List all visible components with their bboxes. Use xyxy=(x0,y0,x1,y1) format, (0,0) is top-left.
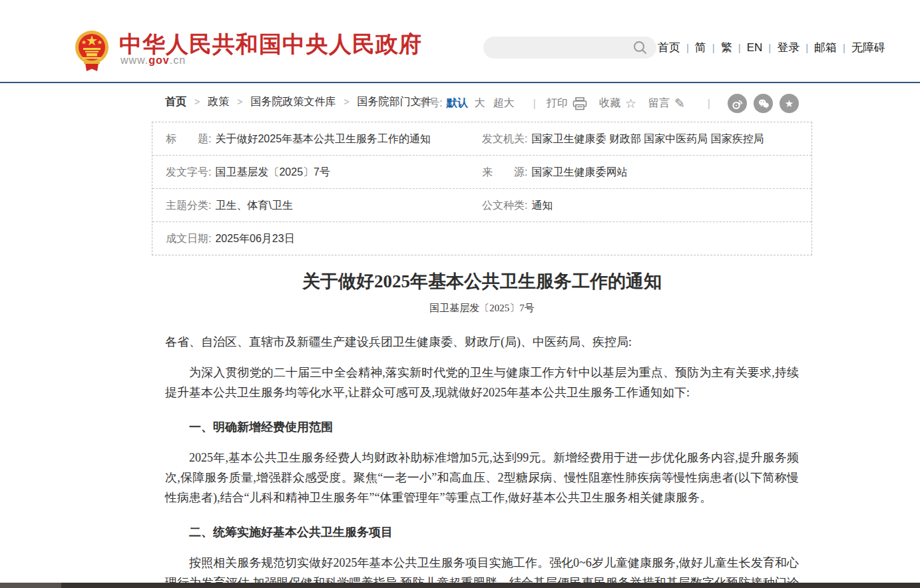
search-input[interactable] xyxy=(494,39,627,56)
breadcrumb-toolbar-row: 首页>政策>国务院政策文件库>国务院部门文件 字号: 默认 大 超大 | 打印 … xyxy=(0,83,920,122)
print-button[interactable]: 打印 xyxy=(547,96,587,110)
search-box xyxy=(483,37,656,59)
toolbar: 字号: 默认 大 超大 | 打印 收藏 ☆ 留言 ✎ xyxy=(418,94,799,113)
meta-source-value: 国家卫生健康委网站 xyxy=(531,165,627,179)
national-emblem-logo xyxy=(75,30,109,71)
section-1-paragraph: 2025年,基本公共卫生服务经费人均财政补助标准增加5元,达到99元。新增经费用… xyxy=(165,448,799,508)
nav-home[interactable]: 首页 xyxy=(656,41,682,54)
table-row: 标 题: 关于做好2025年基本公共卫生服务工作的通知 发文机关: 国家卫生健康… xyxy=(152,122,811,156)
intro-paragraph: 为深入贯彻党的二十届三中全会精神,落实新时代党的卫生与健康工作方针中以基层为重点… xyxy=(165,363,799,402)
font-size-xlarge-button[interactable]: 超大 xyxy=(493,96,515,110)
table-row: 成文日期: 2025年06月23日 xyxy=(152,222,811,255)
nav-separator: | xyxy=(682,42,694,53)
nav-separator: | xyxy=(801,42,813,53)
meta-doc-type-cell: 公文种类: 通知 xyxy=(469,189,811,221)
wechat-icon xyxy=(758,98,770,110)
meta-date-label: 成文日期: xyxy=(166,231,211,245)
section-heading-2: 二、统筹实施好基本公共卫生服务项目 xyxy=(165,522,799,542)
table-row: 主题分类: 卫生、体育\卫生 公文种类: 通知 xyxy=(152,189,811,222)
meta-doc-type-label: 公文种类: xyxy=(482,198,527,212)
comment-label: 留言 xyxy=(648,96,670,110)
meta-date-value: 2025年06月23日 xyxy=(215,231,294,245)
meta-issuing-agency-value: 国家卫生健康委 财政部 国家中医药局 国家疾控局 xyxy=(531,132,764,146)
site-url-www: www. xyxy=(120,55,148,66)
meta-source-label: 来 源: xyxy=(482,165,527,179)
chevron-right-icon: > xyxy=(229,96,250,107)
document-meta-table: 标 题: 关于做好2025年基本公共卫生服务工作的通知 发文机关: 国家卫生健康… xyxy=(152,122,812,255)
site-url: www.gov.cn xyxy=(120,55,186,67)
printer-icon xyxy=(573,97,587,110)
meta-title-cell: 标 题: 关于做好2025年基本公共卫生服务工作的通知 xyxy=(152,122,469,155)
breadcrumb: 首页>政策>国务院政策文件库>国务院部门文件 xyxy=(165,95,432,109)
footer-edge-segment xyxy=(0,583,61,588)
nav-separator: | xyxy=(838,42,850,53)
nav-login[interactable]: 登录 xyxy=(776,41,801,54)
wechat-share-button[interactable] xyxy=(754,94,773,113)
comment-button[interactable]: 留言 ✎ xyxy=(648,96,685,110)
toolbar-separator: | xyxy=(533,98,536,110)
nav-separator: | xyxy=(764,42,776,53)
site-header: 中华人民共和国中央人民政府 www.gov.cn 首页|简|繁|EN|登录|邮箱… xyxy=(0,0,920,83)
weibo-icon xyxy=(732,98,744,110)
meta-issuing-agency-label: 发文机关: xyxy=(482,132,527,146)
print-label: 打印 xyxy=(547,96,568,110)
meta-topic-value: 卫生、体育\卫生 xyxy=(215,198,292,212)
meta-doc-number-label: 发文字号: xyxy=(166,165,211,179)
meta-topic-label: 主题分类: xyxy=(166,198,211,212)
weibo-share-button[interactable] xyxy=(728,94,747,113)
nav-accessibility[interactable]: 无障碍 xyxy=(850,41,887,54)
document-body: 关于做好2025年基本公共卫生服务工作的通知 国卫基层发〔2025〕7号 各省、… xyxy=(152,269,812,588)
share-icons: ★ xyxy=(721,94,799,113)
nav-separator: | xyxy=(734,42,746,53)
favorite-button[interactable]: 收藏 ☆ xyxy=(599,96,636,110)
chevron-right-icon: > xyxy=(186,96,208,107)
nav-traditional[interactable]: 繁 xyxy=(720,41,734,54)
search-icon[interactable] xyxy=(633,41,647,55)
breadcrumb-home[interactable]: 首页 xyxy=(165,96,186,107)
nav-english[interactable]: EN xyxy=(746,41,764,54)
qzone-star-icon: ★ xyxy=(785,98,794,108)
font-size-label: 字号: xyxy=(418,96,442,110)
nav-simplified[interactable]: 简 xyxy=(694,41,708,54)
star-icon: ☆ xyxy=(625,97,636,110)
page: 中华人民共和国中央人民政府 www.gov.cn 首页|简|繁|EN|登录|邮箱… xyxy=(0,0,920,588)
meta-title-label: 标 题: xyxy=(166,132,211,146)
meta-doc-type-value: 通知 xyxy=(531,198,553,212)
breadcrumb-policy-library[interactable]: 国务院政策文件库 xyxy=(250,96,336,107)
section-heading-1: 一、明确新增经费使用范围 xyxy=(165,417,799,437)
nav-mail[interactable]: 邮箱 xyxy=(813,41,838,54)
meta-title-value: 关于做好2025年基本公共卫生服务工作的通知 xyxy=(215,132,431,146)
site-url-gov: gov xyxy=(148,55,169,66)
font-size-large-button[interactable]: 大 xyxy=(475,96,485,110)
site-url-cn: .cn xyxy=(170,55,186,66)
toolbar-separator: | xyxy=(708,98,710,110)
salutation-paragraph: 各省、自治区、直辖市及新疆生产建设兵团卫生健康委、财政厅(局)、中医药局、疾控局… xyxy=(165,332,799,352)
document-number: 国卫基层发〔2025〕7号 xyxy=(165,302,799,315)
chevron-right-icon: > xyxy=(336,96,357,107)
meta-issuing-agency-cell: 发文机关: 国家卫生健康委 财政部 国家中医药局 国家疾控局 xyxy=(469,122,811,155)
meta-doc-number-value: 国卫基层发〔2025〕7号 xyxy=(215,165,330,179)
pencil-icon: ✎ xyxy=(674,97,685,110)
favorite-label: 收藏 xyxy=(599,96,620,110)
meta-date-cell: 成文日期: 2025年06月23日 xyxy=(152,222,469,255)
qzone-share-button[interactable]: ★ xyxy=(780,94,799,113)
meta-topic-cell: 主题分类: 卫生、体育\卫生 xyxy=(152,189,469,221)
top-nav: 首页|简|繁|EN|登录|邮箱|无障碍 xyxy=(656,40,887,55)
nav-separator: | xyxy=(708,42,720,53)
meta-empty-cell xyxy=(469,222,811,255)
document-title: 关于做好2025年基本公共卫生服务工作的通知 xyxy=(165,269,799,293)
meta-source-cell: 来 源: 国家卫生健康委网站 xyxy=(469,156,811,188)
font-size-default-button[interactable]: 默认 xyxy=(447,96,468,110)
breadcrumb-policy[interactable]: 政策 xyxy=(208,96,229,107)
footer-top-edge xyxy=(0,583,920,588)
meta-doc-number-cell: 发文字号: 国卫基层发〔2025〕7号 xyxy=(152,156,469,188)
table-row: 发文字号: 国卫基层发〔2025〕7号 来 源: 国家卫生健康委网站 xyxy=(152,156,811,189)
